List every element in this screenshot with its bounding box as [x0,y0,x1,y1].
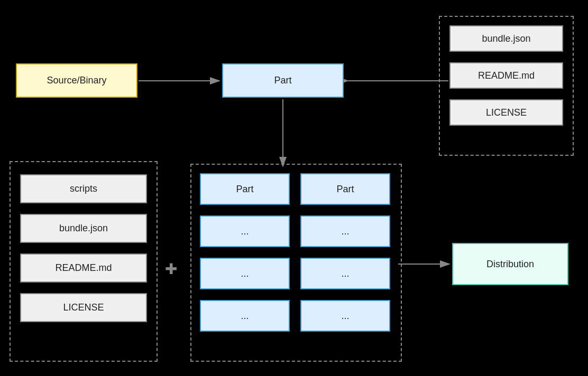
source-binary-box: Source/Binary [16,63,137,98]
left-license: LICENSE [20,293,147,322]
left-readme: README.md [20,253,147,283]
grid-dots-r4c1: ... [200,300,290,332]
distribution-label: Distribution [486,259,534,270]
left-bundle-json: bundle.json [20,214,147,243]
left-scripts: scripts [20,174,147,203]
source-binary-label: Source/Binary [47,75,106,86]
grid-dots-r3c2: ... [300,258,390,289]
part-top-box: Part [222,63,344,98]
grid-dots-r2c1: ... [200,215,290,247]
part-top-label: Part [274,75,291,86]
grid-part-r1c1: Part [200,173,290,205]
grid-dots-r4c2: ... [300,300,390,332]
top-right-readme: README.md [449,62,563,89]
grid-part-r1c2: Part [300,173,390,205]
distribution-box: Distribution [452,243,568,285]
diagram: Source/Binary Part bundle.json README.md… [0,0,588,376]
top-right-license: LICENSE [449,99,563,126]
grid-dots-r3c1: ... [200,258,290,289]
top-right-bundle-json: bundle.json [449,25,563,52]
plus-sign: ✚ [165,260,177,278]
grid-dots-r2c2: ... [300,215,390,247]
